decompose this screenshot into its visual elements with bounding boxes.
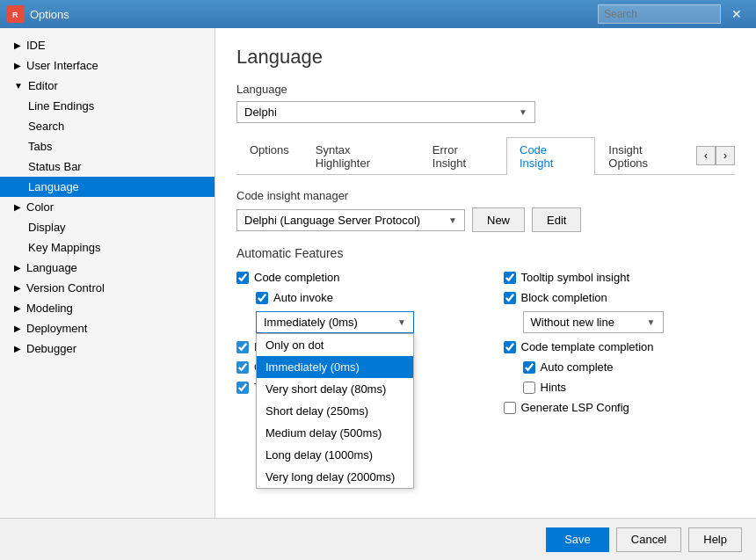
- cim-dropdown[interactable]: Delphi (Language Server Protocol) ▼: [236, 209, 465, 231]
- sidebar-item-label: Color: [26, 200, 54, 214]
- tooltip-symbol-row: Tooltip symbol insight: [504, 271, 736, 284]
- auto-complete-row: Auto complete: [523, 360, 736, 374]
- auto-complete-label: Auto complete: [541, 360, 614, 374]
- language-dropdown[interactable]: Delphi ▼: [236, 101, 535, 123]
- option-very-short-delay[interactable]: Very short delay (80ms): [257, 378, 413, 400]
- save-button[interactable]: Save: [546, 527, 609, 552]
- sidebar-item-line-endings[interactable]: Line Endings: [0, 96, 214, 116]
- generate-lsp-checkbox[interactable]: [504, 402, 516, 414]
- block-completion-checkbox[interactable]: [504, 292, 516, 304]
- option-immediately[interactable]: Immediately (0ms): [257, 356, 413, 378]
- close-button[interactable]: ✕: [724, 4, 749, 24]
- sidebar-item-label: Debugger: [26, 342, 76, 355]
- sidebar-item-user-interface[interactable]: ▶ User Interface: [0, 55, 214, 76]
- sidebar-item-label: Version Control: [26, 281, 105, 295]
- auto-invoke-dropdown-list: Only on dot Immediately (0ms) Very short…: [256, 333, 414, 489]
- without-newline-dropdown[interactable]: Without new line ▼: [523, 311, 664, 333]
- chevron-right-icon: ▶: [14, 344, 21, 353]
- right-column: Tooltip symbol insight Block completion …: [504, 271, 736, 421]
- features-columns: Code completion Auto invoke Immediately …: [236, 271, 735, 421]
- titlebar: R Options ✕: [0, 0, 756, 28]
- sidebar-item-version-control[interactable]: ▶ Version Control: [0, 278, 214, 298]
- auto-invoke-checkbox[interactable]: [256, 292, 268, 304]
- sidebar-item-label: Editor: [28, 79, 58, 92]
- tooltip-symbol-label: Tooltip symbol insight: [521, 271, 630, 284]
- sidebar-item-label: Modeling: [26, 302, 73, 315]
- automatic-features-title: Automatic Features: [236, 246, 735, 260]
- option-medium-delay[interactable]: Medium delay (500ms): [257, 422, 413, 444]
- auto-invoke-label: Auto invoke: [273, 291, 333, 304]
- sidebar-item-language-editor[interactable]: Language: [0, 177, 214, 197]
- sidebar-item-label: Language: [26, 261, 77, 274]
- generate-lsp-row: Generate LSP Config: [504, 401, 736, 414]
- help-button[interactable]: Help: [688, 527, 742, 552]
- sidebar-item-language[interactable]: ▶ Language: [0, 258, 214, 278]
- chevron-right-icon: ▶: [14, 283, 21, 293]
- tab-code-insight[interactable]: Code Insight: [506, 137, 595, 175]
- sidebar-item-ide[interactable]: ▶ IDE: [0, 35, 214, 55]
- option-very-long-delay[interactable]: Very long delay (2000ms): [257, 466, 413, 488]
- code-template-label: Code template completion: [521, 340, 654, 353]
- chevron-right-icon: ▶: [14, 303, 21, 313]
- tooltip-symbol-checkbox[interactable]: [504, 272, 516, 284]
- without-newline-value: Without new line: [531, 316, 614, 329]
- option-only-on-dot[interactable]: Only on dot: [257, 334, 413, 356]
- svg-text:R: R: [12, 11, 18, 19]
- auto-complete-checkbox[interactable]: [523, 361, 535, 374]
- tab-options[interactable]: Options: [236, 137, 302, 175]
- code-completion-row: Code completion: [236, 271, 469, 284]
- language-dropdown-value: Delphi: [244, 105, 277, 119]
- edit-button[interactable]: Edit: [532, 207, 581, 232]
- option-short-delay[interactable]: Short delay (250ms): [257, 400, 413, 422]
- sidebar-item-status-bar[interactable]: Status Bar: [0, 156, 214, 177]
- tab-syntax-highlighter[interactable]: Syntax Highlighter: [302, 137, 419, 175]
- sidebar-item-deployment[interactable]: ▶ Deployment: [0, 318, 214, 338]
- sidebar-item-key-mappings[interactable]: Key Mappings: [0, 237, 214, 258]
- sidebar-item-color[interactable]: ▶ Color: [0, 197, 214, 217]
- title-search-input[interactable]: [598, 4, 721, 24]
- chevron-right-icon: ▶: [14, 61, 21, 70]
- block-completion-label: Block completion: [521, 291, 607, 304]
- cim-dropdown-value: Delphi (Language Server Protocol): [244, 214, 420, 227]
- tooltip-expression-checkbox[interactable]: [236, 382, 249, 394]
- window-title: Options: [30, 8, 598, 21]
- auto-invoke-row: Auto invoke: [256, 291, 469, 304]
- chevron-down-icon: ▼: [448, 215, 457, 225]
- tab-prev-button[interactable]: ‹: [696, 146, 716, 165]
- sidebar-item-tabs[interactable]: Tabs: [0, 136, 214, 156]
- sidebar-item-debugger[interactable]: ▶ Debugger: [0, 338, 214, 359]
- sidebar-item-editor[interactable]: ▼ Editor: [0, 76, 214, 96]
- chevron-right-icon: ▶: [14, 263, 21, 273]
- chevron-down-icon: ▼: [647, 317, 656, 327]
- tab-error-insight[interactable]: Error Insight: [419, 137, 506, 175]
- chevron-right-icon: ▶: [14, 202, 21, 212]
- auto-invoke-dropdown-value: Immediately (0ms): [264, 316, 358, 329]
- auto-invoke-dropdown[interactable]: Immediately (0ms) ▼: [256, 311, 414, 333]
- code-template-row: Code template completion: [504, 340, 736, 353]
- new-button[interactable]: New: [472, 207, 525, 232]
- sidebar-item-display[interactable]: Display: [0, 217, 214, 237]
- tab-insight-options[interactable]: Insight Options: [595, 137, 696, 175]
- tab-next-button[interactable]: ›: [716, 146, 735, 165]
- sidebar-item-search[interactable]: Search: [0, 116, 214, 136]
- sidebar-item-label: Tabs: [28, 140, 52, 153]
- sidebar-item-label: Search: [28, 120, 64, 133]
- hints-checkbox[interactable]: [523, 382, 535, 394]
- sidebar-item-label: Line Endings: [28, 99, 94, 113]
- sidebar: ▶ IDE ▶ User Interface ▼ Editor Line End…: [0, 28, 215, 518]
- option-long-delay[interactable]: Long delay (1000ms): [257, 444, 413, 466]
- cod-checkbox[interactable]: [236, 361, 249, 374]
- auto-invoke-dropdown-container: Immediately (0ms) ▼ Only on dot Immediat…: [256, 311, 469, 333]
- chevron-right-icon: ▶: [14, 40, 21, 50]
- sidebar-item-label: Key Mappings: [28, 241, 100, 254]
- sidebar-item-label: Display: [28, 221, 66, 234]
- content-area: Language Language Delphi ▼ Options Synta…: [215, 28, 756, 518]
- chevron-down-icon: ▼: [397, 317, 406, 327]
- code-template-checkbox[interactable]: [504, 341, 516, 353]
- sidebar-item-label: IDE: [26, 39, 46, 52]
- code-completion-checkbox[interactable]: [236, 272, 249, 284]
- finish-checkbox[interactable]: [236, 341, 249, 353]
- bottom-bar: Save Cancel Help: [0, 518, 756, 560]
- sidebar-item-modeling[interactable]: ▶ Modeling: [0, 298, 214, 318]
- cancel-button[interactable]: Cancel: [616, 527, 681, 552]
